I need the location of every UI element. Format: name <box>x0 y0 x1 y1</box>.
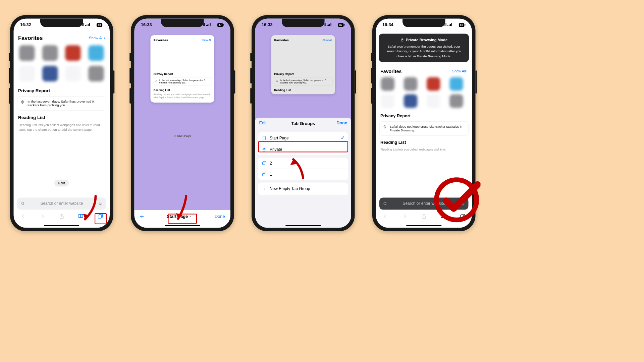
check-icon: ✓ <box>341 135 344 141</box>
address-placeholder: Search or enter website <box>25 201 98 206</box>
battery-icon: 87 <box>338 23 345 27</box>
battery-icon: 87 <box>459 23 466 27</box>
svg-rect-4 <box>98 215 101 218</box>
show-all-link[interactable]: Show All› <box>89 36 105 40</box>
reading-heading: Reading List <box>14 112 110 122</box>
notch <box>282 19 325 27</box>
edit-button[interactable]: Edit <box>259 121 267 126</box>
hand-icon <box>262 147 267 152</box>
notch <box>402 19 445 27</box>
wifi-icon <box>453 23 458 27</box>
privacy-card[interactable]: Safari does not keep cross-site tracker … <box>379 121 469 135</box>
favorite-tile[interactable] <box>65 45 81 61</box>
svg-point-8 <box>264 139 264 139</box>
favorite-tile[interactable] <box>19 66 35 82</box>
private-banner: Private Browsing Mode Safari won't remem… <box>379 34 469 62</box>
home-indicator[interactable] <box>165 225 200 226</box>
home-indicator[interactable] <box>44 225 79 226</box>
bookmarks-button[interactable] <box>78 213 84 220</box>
done-button[interactable]: Done <box>215 214 225 219</box>
search-icon <box>21 201 25 206</box>
favorite-tile[interactable] <box>42 66 58 82</box>
favorite-tile[interactable] <box>427 77 440 91</box>
signal-icon <box>447 23 452 27</box>
favorites-heading: Favorites <box>154 38 168 42</box>
favorite-tile[interactable] <box>449 94 463 108</box>
svg-rect-2 <box>100 202 101 204</box>
favorite-tile[interactable] <box>88 66 104 82</box>
reading-heading: Reading List <box>151 87 215 93</box>
privacy-text: In the last seven days, Safari has preve… <box>28 100 102 107</box>
svg-point-0 <box>21 202 24 204</box>
private-banner-text: Safari won't remember the pages you visi… <box>387 44 461 58</box>
tab-thumbnail[interactable]: FavoritesShow All Privacy Report In the … <box>151 35 215 103</box>
shield-icon <box>383 125 386 129</box>
battery-icon: 88 <box>97 23 103 27</box>
address-bar[interactable]: Search or enter website <box>17 198 106 210</box>
svg-point-12 <box>384 202 386 204</box>
private-banner-title: Private Browsing Mode <box>406 37 447 43</box>
favorite-tile[interactable] <box>449 77 463 91</box>
reading-text: Reading List lets you collect webpages a… <box>14 122 110 135</box>
privacy-card[interactable]: In the last seven days, Safari has preve… <box>17 96 106 110</box>
tab-thumbnail: FavoritesShow All Privacy Report In the … <box>271 35 335 94</box>
tab-groups-sheet: Edit Tab Groups Done Start Page✓ Private… <box>255 118 352 228</box>
favorite-tile[interactable] <box>427 94 440 108</box>
mic-icon[interactable] <box>98 201 103 206</box>
tab-group-item[interactable]: 1 <box>258 169 348 180</box>
wifi-icon <box>91 23 95 27</box>
share-button <box>59 213 65 220</box>
new-tab-button[interactable]: + <box>140 214 144 219</box>
signal-icon <box>206 23 211 27</box>
hand-icon <box>400 38 404 42</box>
privacy-heading: Privacy Report <box>151 71 215 76</box>
success-check-icon <box>433 176 481 224</box>
svg-rect-10 <box>263 173 265 176</box>
shield-icon <box>155 80 157 83</box>
battery-icon: 87 <box>217 23 224 27</box>
tab-group-private[interactable]: Private <box>258 144 348 155</box>
favorite-tile[interactable] <box>404 94 418 108</box>
notch <box>161 19 204 27</box>
wifi-icon <box>332 23 337 27</box>
shield-icon <box>21 100 24 105</box>
signal-icon <box>327 23 331 27</box>
favorite-tile[interactable] <box>19 45 35 61</box>
home-indicator[interactable] <box>285 225 321 226</box>
show-all-link[interactable]: Show All› <box>452 69 467 73</box>
tab-group-start-page[interactable]: Start Page✓ <box>258 132 348 144</box>
show-all-link: Show All <box>202 39 211 42</box>
home-indicator[interactable] <box>406 225 441 226</box>
start-page-icon <box>262 135 267 140</box>
favorite-tile[interactable] <box>381 77 395 91</box>
favorite-tile[interactable] <box>65 66 81 82</box>
forward-button <box>39 213 45 220</box>
plus-icon: + <box>262 186 267 192</box>
new-tab-group-button[interactable]: +New Empty Tab Group <box>258 183 348 195</box>
chevron-down-icon <box>189 215 192 218</box>
tabs-icon <box>262 172 267 177</box>
tab-caption: Start Page <box>135 134 231 138</box>
tabs-icon <box>262 161 267 166</box>
tabs-button[interactable] <box>97 213 103 220</box>
edit-button[interactable]: Edit <box>54 180 69 187</box>
wifi-icon <box>212 23 216 27</box>
reading-text: Reading List lets you collect webpages a… <box>376 146 472 155</box>
share-button <box>421 213 427 220</box>
favorites-grid <box>14 43 110 85</box>
tab-group-picker[interactable]: Start Page <box>167 214 192 219</box>
favorite-tile[interactable] <box>42 45 58 61</box>
clock: 16:33 <box>141 22 152 27</box>
chevron-right-icon: › <box>104 36 105 40</box>
tab-overview-toolbar: + Start Page Done <box>135 210 231 224</box>
svg-rect-9 <box>263 162 265 165</box>
clock: 16:34 <box>382 22 393 27</box>
favorite-tile[interactable] <box>88 45 104 61</box>
phone-step-2: 16:33 87 FavoritesShow All Privacy Repor… <box>131 15 234 231</box>
notch <box>40 19 83 27</box>
privacy-heading: Privacy Report <box>14 85 110 95</box>
tab-group-item[interactable]: 2 <box>258 158 348 169</box>
favorite-tile[interactable] <box>381 94 395 108</box>
favorite-tile[interactable] <box>404 77 418 91</box>
done-button[interactable]: Done <box>336 121 347 126</box>
